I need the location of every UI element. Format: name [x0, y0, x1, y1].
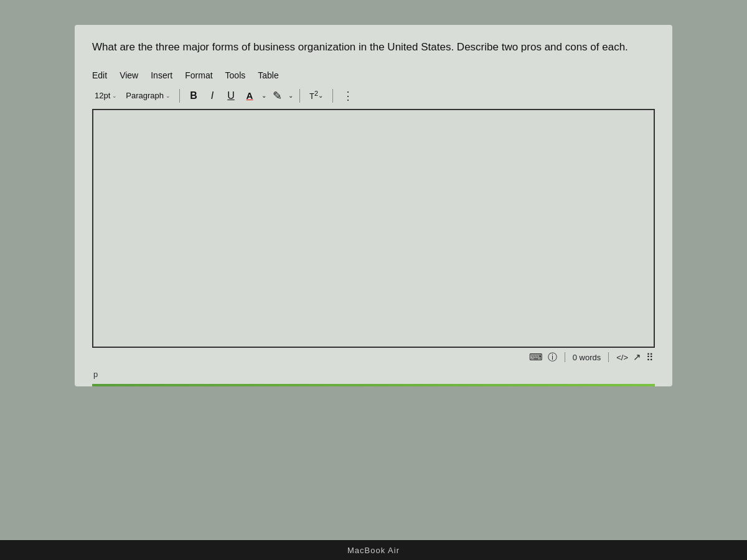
underline-button[interactable]: U [223, 89, 238, 103]
word-count: 0 words [573, 353, 601, 362]
menu-edit[interactable]: Edit [92, 69, 113, 82]
font-color-chevron-icon: ⌄ [261, 92, 266, 99]
keyboard-icon[interactable]: ⌨ [529, 352, 543, 363]
superscript-label: T2 [309, 90, 318, 101]
superscript-button[interactable]: T2 ⌄ [306, 88, 326, 102]
editor-content[interactable] [93, 110, 654, 347]
status-more-button[interactable]: ⠿ [646, 352, 655, 363]
more-options-button[interactable]: ⋮ [339, 88, 357, 104]
status-divider-2 [608, 352, 609, 362]
font-size-value: 12pt [95, 91, 110, 100]
accessibility-icon[interactable]: ⓘ [548, 352, 557, 363]
font-color-label: A [247, 90, 253, 101]
bold-button[interactable]: B [186, 89, 201, 103]
menu-view[interactable]: View [113, 69, 144, 82]
italic-button[interactable]: I [205, 89, 220, 103]
menubar: Edit View Insert Format Tools Table [92, 69, 655, 82]
paragraph-style-value: Paragraph [126, 91, 164, 100]
question-text: What are the three major forms of busine… [92, 40, 655, 55]
paragraph-style-chevron-icon: ⌄ [166, 93, 171, 99]
status-bar: ⌨ ⓘ 0 words </> ↗ ⠿ [92, 348, 655, 367]
toolbar: 12pt ⌄ Paragraph ⌄ B I U A ⌄ ✎ ⌄ T2 ⌄ ⋮ [92, 88, 655, 104]
menu-tools[interactable]: Tools [219, 69, 252, 82]
font-size-select[interactable]: 12pt ⌄ [92, 90, 120, 101]
expand-button[interactable]: ↗ [633, 352, 641, 363]
paragraph-tag: p [92, 367, 655, 384]
editor-area [92, 109, 655, 348]
paragraph-style-select[interactable]: Paragraph ⌄ [123, 90, 173, 101]
toolbar-divider-1 [179, 89, 180, 103]
superscript-chevron-icon: ⌄ [318, 92, 323, 99]
status-divider-1 [565, 352, 565, 362]
pencil-icon[interactable]: ✎ [273, 89, 282, 103]
macbook-label: MacBook Air [347, 546, 400, 555]
menu-table[interactable]: Table [251, 69, 284, 82]
pencil-chevron-icon: ⌄ [288, 92, 293, 99]
menu-insert[interactable]: Insert [144, 69, 179, 82]
font-color-button[interactable]: A [242, 89, 257, 102]
bottom-bar: MacBook Air [0, 540, 747, 560]
green-accent-line [92, 384, 655, 386]
toolbar-divider-3 [332, 89, 333, 103]
menu-format[interactable]: Format [179, 69, 218, 82]
toolbar-divider-2 [299, 89, 300, 103]
font-size-chevron-icon: ⌄ [112, 93, 117, 99]
code-button[interactable]: </> [616, 353, 628, 362]
